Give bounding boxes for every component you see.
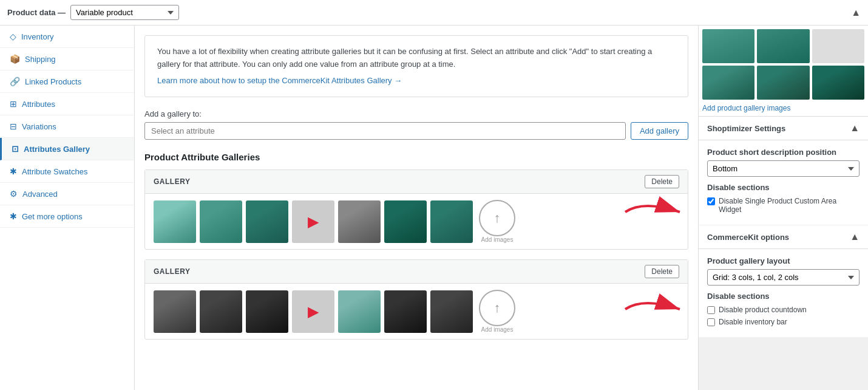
gallery-thumb[interactable] xyxy=(384,290,427,333)
link-icon: 🔗 xyxy=(10,77,20,86)
shoptimizer-settings-title: Shoptimizer Settings xyxy=(707,124,785,133)
gallery-thumb[interactable] xyxy=(338,290,381,333)
gallery-thumb[interactable] xyxy=(338,200,381,243)
commercekit-options-title: CommerceKit options xyxy=(707,233,789,242)
add-images-button-2[interactable]: ↑ Add images xyxy=(479,290,515,333)
sidebar-item-label: Advanced xyxy=(22,190,58,199)
disable-countdown-row: Disable product countdown xyxy=(707,306,860,314)
delete-gallery-1-button[interactable]: Delete xyxy=(645,175,679,188)
gallery-thumb[interactable] xyxy=(384,200,427,243)
commercekit-options: CommerceKit options ▲ Product gallery la… xyxy=(699,225,868,337)
add-product-gallery-images-link[interactable]: Add product gallery images xyxy=(702,104,790,112)
sidebar-item-label: Inventory xyxy=(21,32,53,41)
sidebar-item-get-more-options[interactable]: ✱ Get more options xyxy=(0,205,134,228)
product-thumbnail[interactable] xyxy=(702,66,754,100)
disable-single-product-widget-row: Disable Single Product Custom Area Widge… xyxy=(707,197,860,214)
shipping-icon: 📦 xyxy=(10,54,20,64)
info-text: You have a lot of flexibility when creat… xyxy=(157,46,676,71)
add-gallery-section: Add a gallery to: Add gallery xyxy=(144,109,688,140)
galleries-title: Product Attribute Galleries xyxy=(144,152,688,162)
right-panel: Add product gallery images Shoptimizer S… xyxy=(698,26,868,390)
gallery-thumb[interactable]: ▶ xyxy=(292,200,334,243)
collapse-button[interactable]: ▲ xyxy=(851,7,861,18)
commercekit-collapse-icon[interactable]: ▲ xyxy=(850,231,860,242)
attributes-icon: ⊞ xyxy=(10,99,17,109)
info-box: You have a lot of flexibility when creat… xyxy=(144,35,688,97)
product-thumbnail[interactable] xyxy=(757,29,809,63)
gallery-header-1: GALLERY Delete xyxy=(145,170,688,194)
advanced-icon: ⚙ xyxy=(10,189,18,199)
add-gallery-label: Add a gallery to: xyxy=(144,109,688,118)
product-type-select[interactable]: Variable product Simple product Grouped … xyxy=(70,5,179,20)
add-gallery-button[interactable]: Add gallery xyxy=(631,122,688,140)
product-images-top: Add product gallery images xyxy=(699,26,868,117)
gallery-thumb[interactable]: ▶ xyxy=(292,290,334,333)
gallery-thumb[interactable] xyxy=(246,200,288,243)
disable-sections-title-1: Disable sections xyxy=(707,183,860,192)
gallery-thumb[interactable] xyxy=(200,200,242,243)
sidebar-item-label: Linked Products xyxy=(25,77,81,86)
short-desc-position-label: Product short description position xyxy=(707,148,860,157)
sidebar-item-label: Shipping xyxy=(25,55,56,64)
gallery-thumb[interactable] xyxy=(200,290,242,333)
content-area: You have a lot of flexibility when creat… xyxy=(135,26,698,390)
inventory-icon: ◇ xyxy=(10,32,16,41)
swatches-icon: ✱ xyxy=(10,166,17,176)
disable-countdown-checkbox[interactable] xyxy=(707,306,715,314)
add-images-button[interactable]: ↑ Add images xyxy=(479,200,515,243)
disable-countdown-label: Disable product countdown xyxy=(719,306,807,314)
info-link[interactable]: Learn more about how to setup the Commer… xyxy=(157,76,402,85)
gallery-block-2: GALLERY Delete ▶ ↑ xyxy=(144,259,688,340)
gallery-label-2: GALLERY xyxy=(154,267,190,276)
product-data-label: Product data — xyxy=(7,8,66,17)
shoptimizer-collapse-icon[interactable]: ▲ xyxy=(850,123,860,134)
sidebar-item-linked-products[interactable]: 🔗 Linked Products xyxy=(0,70,134,93)
shoptimizer-settings: Shoptimizer Settings ▲ Product short des… xyxy=(699,117,868,225)
disable-sections-title-2: Disable sections xyxy=(707,292,860,301)
gallery-label-1: GALLERY xyxy=(154,177,190,186)
sidebar-item-shipping[interactable]: 📦 Shipping xyxy=(0,48,134,70)
gallery-layout-select[interactable]: Grid: 3 cols, 1 col, 2 cols Grid: 2 cols… xyxy=(707,269,860,286)
sidebar-item-advanced[interactable]: ⚙ Advanced xyxy=(0,183,134,205)
disable-single-product-widget-label: Disable Single Product Custom Area Widge… xyxy=(719,197,860,214)
gallery-header-2: GALLERY Delete xyxy=(145,260,688,284)
sidebar-item-label: Attribute Swatches xyxy=(22,167,87,176)
delete-gallery-2-button[interactable]: Delete xyxy=(645,265,679,278)
commercekit-options-header: CommerceKit options ▲ xyxy=(699,225,868,249)
sidebar-item-label: Variations xyxy=(22,122,56,131)
product-thumbnail[interactable] xyxy=(812,29,864,63)
product-thumbnail[interactable] xyxy=(757,66,809,100)
more-options-icon: ✱ xyxy=(10,211,17,221)
disable-inventory-bar-row: Disable inventory bar xyxy=(707,318,860,326)
gallery-images-1: ▶ ↑ Add images xyxy=(145,194,688,249)
sidebar: ◇ Inventory 📦 Shipping 🔗 Linked Products… xyxy=(0,26,135,390)
gallery-images-2: ▶ ↑ Add images xyxy=(145,284,688,339)
gallery-thumb[interactable] xyxy=(246,290,288,333)
product-images-grid xyxy=(702,29,864,100)
gallery-thumb[interactable] xyxy=(154,290,196,333)
sidebar-item-attribute-swatches[interactable]: ✱ Attribute Swatches xyxy=(0,160,134,183)
disable-inventory-bar-checkbox[interactable] xyxy=(707,318,715,326)
sidebar-item-label: Attributes xyxy=(22,100,55,109)
short-desc-position-select[interactable]: Bottom Top None xyxy=(707,160,860,177)
gallery-thumb[interactable] xyxy=(430,290,473,333)
gallery-icon: ⊡ xyxy=(12,144,19,154)
shoptimizer-settings-header: Shoptimizer Settings ▲ xyxy=(699,117,868,140)
gallery-block-1: GALLERY Delete ▶ ↑ xyxy=(144,169,688,250)
sidebar-item-attributes[interactable]: ⊞ Attributes xyxy=(0,93,134,115)
disable-inventory-bar-label: Disable inventory bar xyxy=(719,318,787,326)
sidebar-item-label: Get more options xyxy=(22,212,83,221)
product-thumbnail[interactable] xyxy=(702,29,754,63)
gallery-layout-label: Product gallery layout xyxy=(707,256,860,265)
shoptimizer-settings-body: Product short description position Botto… xyxy=(699,140,868,225)
sidebar-item-inventory[interactable]: ◇ Inventory xyxy=(0,26,134,48)
attribute-select-input[interactable] xyxy=(144,122,626,140)
sidebar-item-label: Attributes Gallery xyxy=(24,145,90,154)
sidebar-item-attributes-gallery[interactable]: ⊡ Attributes Gallery xyxy=(0,138,134,160)
product-thumbnail[interactable] xyxy=(812,66,864,100)
sidebar-item-variations[interactable]: ⊟ Variations xyxy=(0,115,134,138)
disable-single-product-widget-checkbox[interactable] xyxy=(707,197,715,205)
gallery-thumb[interactable] xyxy=(154,200,196,243)
gallery-thumb[interactable] xyxy=(430,200,473,243)
variations-icon: ⊟ xyxy=(10,121,17,131)
